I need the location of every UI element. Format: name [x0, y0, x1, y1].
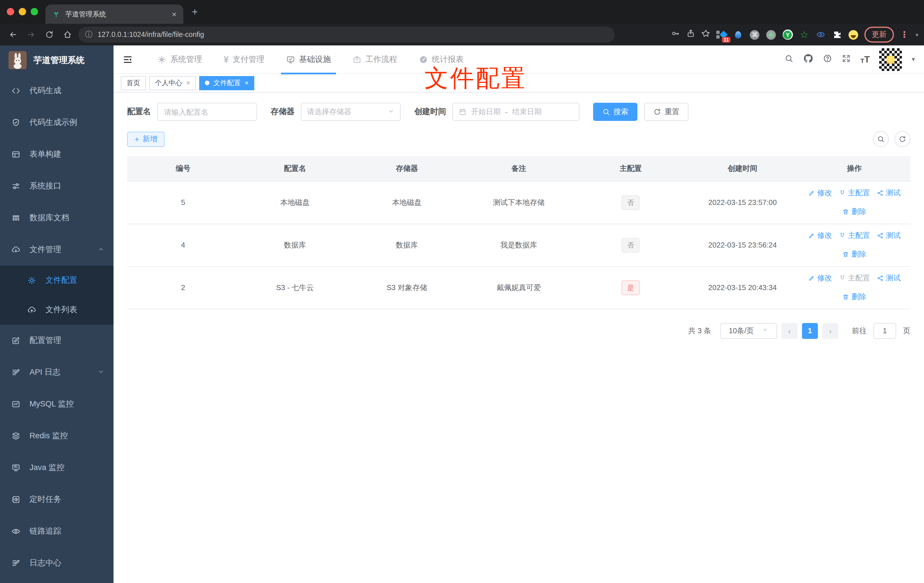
- add-button[interactable]: + 新增: [127, 131, 165, 147]
- sidebar-item-code-demo[interactable]: 代码生成示例: [0, 107, 114, 139]
- avatar[interactable]: [879, 48, 902, 71]
- goto-page-input[interactable]: [873, 323, 896, 339]
- sidebar-item-file-mgmt[interactable]: 文件管理: [0, 234, 114, 266]
- tag-file-config[interactable]: 文件配置 ×: [199, 76, 254, 90]
- site-info-icon[interactable]: ⓘ: [85, 30, 92, 40]
- pencil-icon: [808, 275, 815, 282]
- edit-link[interactable]: 修改: [808, 273, 832, 283]
- sidebar-item-form-build[interactable]: 表单构建: [0, 139, 114, 170]
- forward-icon[interactable]: [24, 27, 39, 42]
- trash-icon: [843, 294, 849, 300]
- delete-link[interactable]: 删除: [843, 206, 866, 217]
- refresh-table-button[interactable]: [894, 131, 911, 147]
- search-icon[interactable]: [784, 54, 794, 65]
- sidebar-item-config-mgmt[interactable]: 配置管理: [0, 325, 114, 357]
- page-1-button[interactable]: 1: [802, 323, 818, 339]
- bookmark-star-icon[interactable]: [701, 29, 711, 40]
- close-icon[interactable]: ×: [244, 79, 249, 86]
- sidebar-item-trace[interactable]: 链路追踪: [0, 515, 114, 547]
- nav-item-system[interactable]: 系统管理: [147, 45, 213, 73]
- help-icon[interactable]: [823, 54, 832, 65]
- edit-link[interactable]: 修改: [808, 188, 832, 198]
- extension-record-icon[interactable]: [766, 30, 776, 40]
- top-nav: 系统管理 ¥ 支付管理 基础设施: [147, 45, 475, 73]
- sidebar-item-log-center[interactable]: 日志中心: [0, 547, 114, 579]
- sidebar-fold-icon[interactable]: [122, 54, 133, 64]
- sidebar-item-db-doc[interactable]: 数据库文档: [0, 202, 114, 234]
- tag-home[interactable]: 首页: [121, 76, 146, 90]
- extension-diamond-icon[interactable]: 11: [717, 30, 727, 40]
- page-size-select[interactable]: 10条/页: [720, 323, 777, 339]
- date-range-picker[interactable]: 开始日期 - 结束日期: [452, 103, 579, 121]
- share-icon[interactable]: [686, 29, 695, 40]
- shield-check-icon: [12, 118, 20, 127]
- nav-item-workflow[interactable]: 工作流程: [342, 45, 408, 73]
- master-link[interactable]: 主配置: [839, 188, 870, 198]
- font-size-icon[interactable]: TT: [860, 55, 870, 64]
- extension-balloon-icon[interactable]: [733, 30, 744, 40]
- password-key-icon[interactable]: [671, 29, 680, 40]
- extension-emoji-icon[interactable]: [848, 30, 858, 40]
- extensions-puzzle-icon[interactable]: [832, 30, 842, 40]
- sidebar-item-java[interactable]: Java 监控: [0, 452, 114, 484]
- delete-link[interactable]: 删除: [843, 292, 866, 302]
- delete-link[interactable]: 删除: [843, 249, 866, 259]
- github-icon[interactable]: [803, 53, 813, 66]
- sidebar-item-sys-api[interactable]: 系统接口: [0, 170, 114, 202]
- sidebar-item-file-list[interactable]: 文件列表: [0, 295, 114, 325]
- extension-command-icon[interactable]: ⌘: [750, 30, 760, 40]
- tab-close-icon[interactable]: ×: [172, 10, 177, 19]
- sidebar-item-mysql[interactable]: MySQL 监控: [0, 388, 114, 420]
- user-menu-caret-icon[interactable]: ▾: [912, 56, 915, 63]
- sidebar-item-file-config[interactable]: 文件配置: [0, 266, 114, 295]
- test-link[interactable]: 测试: [877, 273, 901, 283]
- sidebar-item-job[interactable]: 定时任务: [0, 484, 114, 515]
- refresh-icon: [898, 135, 906, 143]
- yen-icon: ¥: [224, 54, 229, 64]
- toolbar-caret-icon[interactable]: ▾: [916, 31, 918, 38]
- reset-button[interactable]: 重置: [644, 103, 688, 121]
- close-window-button[interactable]: [7, 8, 14, 15]
- tab-title: 芋道管理系统: [65, 9, 167, 19]
- toggle-search-button[interactable]: [873, 131, 889, 147]
- share-nodes-icon: [877, 232, 884, 239]
- minimize-window-button[interactable]: [19, 8, 26, 15]
- sidebar-item-code-gen[interactable]: 代码生成: [0, 75, 114, 107]
- table-row: 4 数据库 数据库 我是数据库 否 2022-03-15 23:56:24: [127, 224, 911, 266]
- maximize-window-button[interactable]: [31, 8, 38, 15]
- extension-star-icon[interactable]: ☆: [799, 30, 809, 40]
- home-icon[interactable]: [60, 27, 75, 42]
- url-bar[interactable]: ⓘ 127.0.0.1:1024/infra/file/file-config: [78, 27, 615, 43]
- search-button[interactable]: 搜索: [593, 103, 637, 121]
- storage-select[interactable]: 请选择存储器: [301, 103, 401, 121]
- edit-link[interactable]: 修改: [808, 231, 832, 241]
- sidebar-logo[interactable]: 芋道管理系统: [0, 45, 114, 75]
- config-name-input[interactable]: [157, 103, 257, 121]
- fullscreen-icon[interactable]: [842, 54, 851, 65]
- close-icon[interactable]: ×: [186, 79, 190, 86]
- browser-tab[interactable]: 芋道管理系统 ×: [45, 5, 183, 24]
- filter-time-group: 创建时间 开始日期 - 结束日期: [414, 103, 579, 121]
- extension-y-icon[interactable]: Y: [783, 30, 793, 40]
- reload-icon[interactable]: [42, 27, 57, 42]
- back-icon[interactable]: [6, 27, 20, 42]
- prev-page-button[interactable]: ‹: [782, 323, 797, 339]
- nav-item-report[interactable]: 统计报表: [408, 45, 475, 73]
- trash-icon: [843, 208, 849, 215]
- new-tab-button[interactable]: +: [192, 7, 198, 17]
- sidebar-item-api-log[interactable]: API 日志: [0, 357, 114, 388]
- master-link[interactable]: 主配置: [839, 231, 870, 241]
- test-link[interactable]: 测试: [877, 231, 901, 241]
- nav-item-infra[interactable]: 基础设施: [275, 45, 342, 73]
- tag-profile[interactable]: 个人中心 ×: [149, 76, 196, 90]
- extension-eye-icon[interactable]: [815, 30, 826, 40]
- browser-menu-icon[interactable]: ⋮: [900, 30, 909, 40]
- search-icon: [877, 135, 885, 143]
- browser-update-button[interactable]: 更新: [865, 27, 894, 43]
- sidebar-item-redis[interactable]: Redis 监控: [0, 420, 114, 452]
- next-page-button[interactable]: ›: [822, 323, 838, 339]
- share-nodes-icon: [877, 190, 884, 197]
- nav-item-pay[interactable]: ¥ 支付管理: [213, 45, 275, 73]
- master-link-disabled: 主配置: [839, 273, 870, 283]
- test-link[interactable]: 测试: [877, 188, 901, 198]
